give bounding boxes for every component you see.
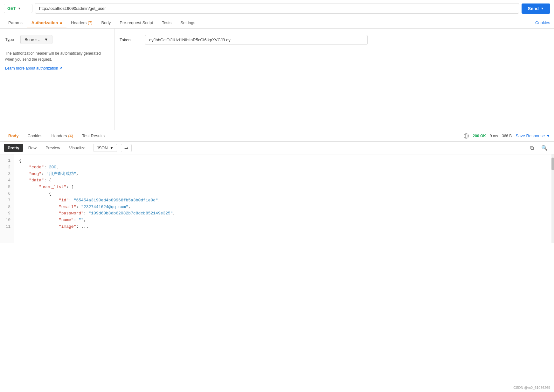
response-tab-body[interactable]: Body (4, 130, 23, 141)
line-numbers: 1 2 3 4 5 6 7 8 9 10 11 (0, 154, 14, 243)
format-json-label: JSON (97, 145, 108, 150)
wrap-button[interactable]: ⇌ (121, 144, 132, 152)
tab-settings[interactable]: Settings (176, 17, 200, 28)
response-tab-headers[interactable]: Headers (4) (47, 130, 78, 141)
code-line-10: "name": "", (19, 217, 549, 224)
method-select[interactable]: GET ▼ (4, 4, 32, 13)
code-content: { "code": 200, "msg": "用户查询成功", "data": … (14, 154, 554, 243)
tab-authorization[interactable]: Authorization (27, 17, 66, 28)
format-json-select[interactable]: JSON ▼ (93, 144, 117, 152)
search-button[interactable]: 🔍 (539, 144, 550, 152)
format-visualize-button[interactable]: Visualize (65, 144, 89, 152)
response-time: 9 ms (490, 134, 498, 138)
type-select[interactable]: Bearer ... ▼ (20, 35, 52, 44)
code-line-7: "id": "65454a3190ed4b89968fb5a3b0df1e0d"… (19, 197, 549, 204)
send-chevron-icon: ▼ (541, 7, 544, 10)
send-button[interactable]: Send ▼ (522, 3, 550, 14)
scrollbar[interactable] (551, 154, 554, 243)
format-right-actions: ⧉ 🔍 (528, 144, 550, 152)
tab-tests[interactable]: Tests (157, 17, 176, 28)
send-label: Send (528, 6, 539, 11)
format-preview-button[interactable]: Preview (42, 144, 64, 152)
auth-learn-more-link[interactable]: Learn more about authorization ↗ (5, 66, 62, 71)
response-status: 200 OK (473, 134, 486, 138)
code-line-11: "image": ... (19, 224, 549, 230)
code-line-4: "data": { (19, 177, 549, 184)
auth-right: Token (114, 29, 554, 130)
format-pretty-button[interactable]: Pretty (4, 144, 23, 152)
auth-note: The authorization header will be automat… (5, 51, 109, 63)
code-line-5: "user_list": [ (19, 184, 549, 191)
code-line-1: { (19, 158, 549, 164)
code-line-9: "password": "109d60b8db62082b7c8dcb85214… (19, 210, 549, 217)
save-response-button[interactable]: Save Response ▼ (516, 133, 550, 138)
token-label: Token (120, 37, 139, 42)
copy-button[interactable]: ⧉ (528, 144, 536, 152)
tab-body[interactable]: Body (97, 17, 115, 28)
method-label: GET (7, 6, 16, 11)
request-tabs: Params Authorization Headers (7) Body Pr… (0, 17, 554, 29)
tab-headers[interactable]: Headers (7) (66, 17, 97, 28)
response-tab-test-results[interactable]: Test Results (78, 130, 109, 141)
scrollbar-thumb (551, 158, 554, 170)
code-line-3: "msg": "用户查询成功", (19, 171, 549, 178)
url-bar: GET ▼ Send ▼ (0, 0, 554, 17)
type-value: Bearer ... (24, 37, 41, 42)
format-bar: Pretty Raw Preview Visualize JSON ▼ ⇌ ⧉ … (0, 142, 554, 154)
save-chevron-icon: ▼ (546, 133, 550, 138)
wrap-icon: ⇌ (124, 145, 128, 151)
authorization-dot (60, 22, 62, 24)
response-tab-cookies[interactable]: Cookies (23, 130, 47, 141)
token-row: Token (120, 35, 549, 45)
method-chevron-icon: ▼ (18, 7, 21, 10)
response-meta: 200 OK 9 ms 366 B Save Response ▼ (463, 133, 550, 139)
response-size: 366 B (502, 134, 512, 138)
response-header: Body Cookies Headers (4) Test Results 20… (0, 130, 554, 142)
type-row: Type Bearer ... ▼ (5, 35, 109, 44)
type-chevron-icon: ▼ (44, 37, 48, 42)
code-line-8: "email": "2327441624@qq.com", (19, 204, 549, 211)
code-line-6: { (19, 191, 549, 197)
type-label: Type (5, 37, 14, 42)
url-input[interactable] (35, 3, 519, 14)
globe-icon (463, 133, 469, 139)
format-json-chevron-icon: ▼ (110, 145, 114, 150)
code-line-2: "code": 200, (19, 164, 549, 171)
code-area: 1 2 3 4 5 6 7 8 9 10 11 { "code": 200, "… (0, 154, 554, 243)
token-input[interactable] (145, 35, 368, 45)
auth-left: Type Bearer ... ▼ The authorization head… (0, 29, 114, 130)
tab-params[interactable]: Params (4, 17, 27, 28)
tab-pre-request-script[interactable]: Pre-request Script (115, 17, 157, 28)
auth-panel: Type Bearer ... ▼ The authorization head… (0, 29, 554, 130)
format-raw-button[interactable]: Raw (24, 144, 40, 152)
cookies-link[interactable]: Cookies (535, 17, 550, 28)
